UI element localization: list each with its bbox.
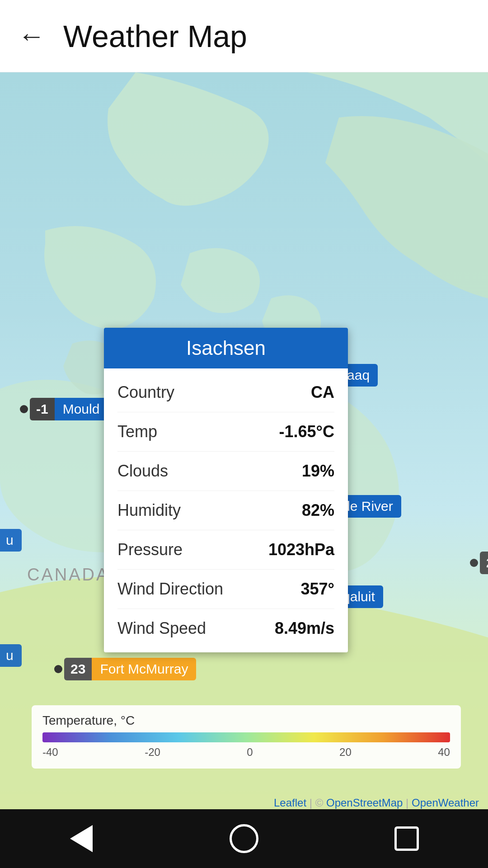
popup-label-temp: Temp: [117, 422, 157, 441]
recent-icon: [394, 826, 419, 851]
marker-name-fort-mcmurray: Fort McMurray: [92, 658, 196, 680]
popup-value-country: CA: [311, 383, 334, 402]
popup-label-humidity: Humidity: [117, 501, 181, 520]
nav-home-button[interactable]: [226, 821, 262, 857]
legend-title: Temperature, °C: [42, 713, 450, 728]
popup-row-country: Country CA: [117, 373, 334, 412]
legend-color-bar: [42, 732, 450, 742]
popup-value-humidity: 82%: [302, 501, 334, 520]
nav-recent-button[interactable]: [389, 821, 425, 857]
popup-label-clouds: Clouds: [117, 462, 168, 481]
legend-labels: -40 -20 0 20 40: [42, 746, 450, 759]
legend-label-plus20: 20: [339, 746, 352, 759]
popup-row-wind-dir: Wind Direction 357°: [117, 570, 334, 609]
popup-value-wind-speed: 8.49m/s: [275, 619, 334, 638]
marker-temp-fort-mcmurray: 23: [64, 658, 92, 680]
popup-row-wind-speed: Wind Speed 8.49m/s: [117, 609, 334, 648]
map-attribution: Leaflet | © OpenStreetMap | OpenWeather: [274, 797, 479, 809]
legend-label-plus40: 40: [438, 746, 450, 759]
popup-label-pressure: Pressure: [117, 540, 183, 559]
marker-name-partial-left: u: [0, 529, 22, 552]
navigation-bar: [0, 809, 488, 868]
app-header: ← Weather Map: [0, 0, 488, 72]
popup-label-wind-dir: Wind Direction: [117, 580, 223, 599]
popup-row-humidity: Humidity 82%: [117, 491, 334, 530]
legend-label-min40: -40: [42, 746, 58, 759]
marker-dot-mould-bay: [20, 405, 28, 413]
back-icon: [70, 825, 93, 852]
popup-row-clouds: Clouds 19%: [117, 452, 334, 491]
nav-back-button[interactable]: [63, 821, 99, 857]
home-icon: [230, 824, 258, 853]
marker-temp-mould-bay: -1: [30, 398, 55, 420]
popup-row-pressure: Pressure 1023hPa: [117, 530, 334, 570]
marker-partial-bottom-left: u: [0, 644, 22, 667]
popup-value-wind-dir: 357°: [301, 580, 334, 599]
legend-label-min20: -20: [145, 746, 160, 759]
legend-label-zero: 0: [247, 746, 253, 759]
popup-value-pressure: 1023hPa: [268, 540, 334, 559]
back-button[interactable]: ←: [18, 23, 45, 50]
attribution-separator1: | ©: [310, 797, 326, 809]
popup-label-wind-speed: Wind Speed: [117, 619, 206, 638]
popup-value-clouds: 19%: [302, 462, 334, 481]
marker-name-partial-bottom: u: [0, 644, 22, 667]
popup-body: Country CA Temp -1.65°C Clouds 19% Humid…: [104, 368, 348, 652]
attribution-leaflet[interactable]: Leaflet: [274, 797, 306, 809]
page-title: Weather Map: [63, 19, 247, 54]
popup-city-name: Isachsen: [104, 328, 348, 368]
marker-partial-left: u: [0, 529, 22, 552]
attribution-osm[interactable]: OpenStreetMap: [326, 797, 403, 809]
popup-label-country: Country: [117, 383, 174, 402]
attribution-separator2: |: [406, 797, 412, 809]
marker-partial-right: 2: [470, 552, 488, 574]
marker-fort-mcmurray[interactable]: 23 Fort McMurray: [54, 658, 196, 680]
popup-value-temp: -1.65°C: [279, 422, 334, 441]
marker-dot-fort-mcmurray: [54, 665, 62, 673]
marker-temp-partial-right: 2: [480, 552, 488, 574]
weather-popup: Isachsen Country CA Temp -1.65°C Clouds …: [104, 328, 348, 652]
popup-row-temp: Temp -1.65°C: [117, 412, 334, 452]
temperature-legend: Temperature, °C -40 -20 0 20 40: [32, 705, 461, 769]
attribution-openweather[interactable]: OpenWeather: [412, 797, 479, 809]
canada-label: CANADA: [27, 565, 109, 585]
map-container[interactable]: CANADA -1 Mould Bay -1 Qaanaaq -6 Clyde …: [0, 72, 488, 868]
marker-dot-partial-right: [470, 559, 478, 567]
